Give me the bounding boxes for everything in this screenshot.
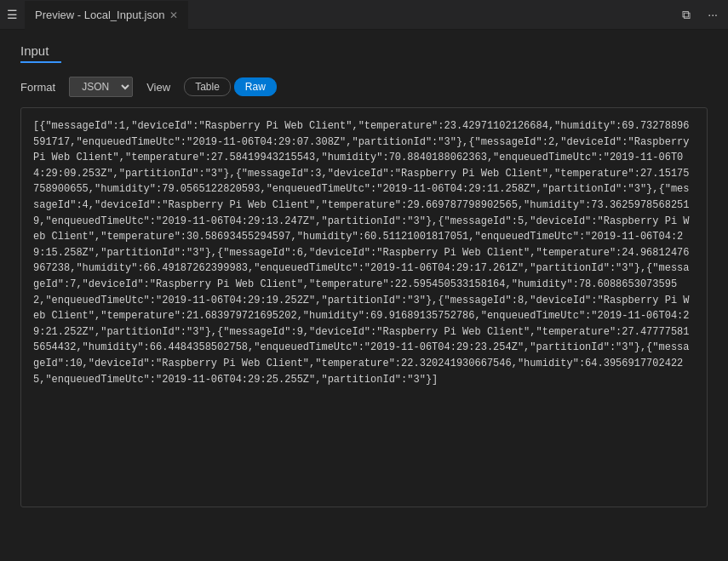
main-content: Input Format JSON View Table Raw [{"mess… xyxy=(0,30,728,521)
json-text: [{"messageId":1,"deviceId":"Raspberry Pi… xyxy=(33,118,695,387)
title-bar-right: ⧉ ··· xyxy=(679,6,721,24)
more-options-button[interactable]: ··· xyxy=(704,6,721,23)
split-editor-button[interactable]: ⧉ xyxy=(679,6,694,24)
section-underline xyxy=(20,61,61,63)
tab-item[interactable]: Preview - Local_Input.json ✕ xyxy=(25,0,188,30)
view-toggle: Table Raw xyxy=(184,77,277,96)
format-select[interactable]: JSON xyxy=(69,77,133,97)
view-label: View xyxy=(146,81,170,94)
tab-label: Preview - Local_Input.json xyxy=(35,9,164,21)
table-view-button[interactable]: Table xyxy=(184,77,231,96)
raw-view-button[interactable]: Raw xyxy=(234,77,277,96)
format-label: Format xyxy=(20,81,55,94)
close-icon[interactable]: ✕ xyxy=(169,9,178,21)
section-title: Input xyxy=(20,43,708,58)
title-bar-left: ☰ Preview - Local_Input.json ✕ xyxy=(7,0,188,30)
title-bar: ☰ Preview - Local_Input.json ✕ ⧉ ··· xyxy=(0,0,728,30)
hamburger-icon[interactable]: ☰ xyxy=(7,8,18,21)
toolbar: Format JSON View Table Raw xyxy=(20,77,708,97)
json-content-box[interactable]: [{"messageId":1,"deviceId":"Raspberry Pi… xyxy=(20,107,708,507)
